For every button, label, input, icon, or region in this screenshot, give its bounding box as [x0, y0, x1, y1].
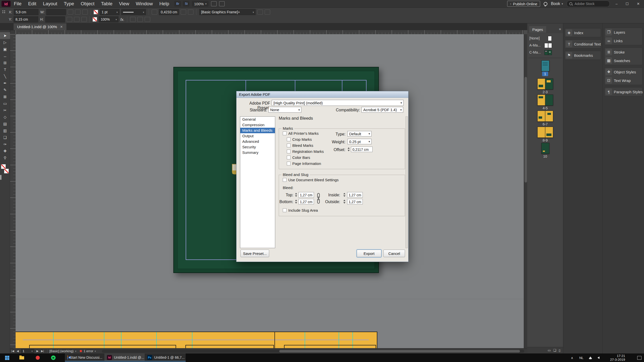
previous-page-icon[interactable]: ◀	[15, 349, 20, 353]
align-icon[interactable]	[257, 10, 263, 15]
page-number-dropdown[interactable]: 1	[21, 349, 34, 353]
content-collector-tool[interactable]: ⊞	[0, 59, 10, 66]
w-field[interactable]	[46, 9, 66, 15]
pen-tool[interactable]: ✒	[0, 80, 10, 86]
master-row-c[interactable]: C-Ma...	[527, 49, 563, 56]
bleed-outside-field[interactable]: 1,27 cm	[347, 199, 363, 204]
type-tool[interactable]: T	[0, 66, 10, 73]
menu-object[interactable]: Object	[77, 0, 98, 8]
menu-table[interactable]: Table	[98, 0, 116, 8]
panel-button-text-wrap[interactable]: ⊡ Text Wrap	[605, 76, 642, 85]
horizontal-ruler[interactable]	[16, 30, 524, 34]
master-row-none[interactable]: [None]	[527, 35, 563, 42]
page-thumbnail[interactable]	[537, 78, 545, 89]
fill-swatch-none[interactable]	[94, 10, 98, 14]
corner-radius-field[interactable]: 0,4233 cm	[159, 9, 179, 15]
canvas-horizontal-scrollbar[interactable]	[102, 350, 524, 353]
rotate-icon[interactable]	[75, 10, 80, 15]
hand-tool[interactable]: ✚	[0, 148, 10, 154]
menu-edit[interactable]: Edit	[25, 0, 40, 8]
restore-window-icon[interactable]: ☐	[623, 2, 631, 6]
dialog-title-bar[interactable]: Export Adobe PDF	[236, 91, 408, 98]
screen-mode-icon[interactable]	[219, 1, 225, 6]
section-security[interactable]: Security	[240, 144, 275, 150]
panel-button-stroke[interactable]: ≣ Stroke	[605, 48, 642, 56]
preflight-profile-label[interactable]: [Basic] (working)	[50, 349, 74, 353]
bleed-top-field[interactable]: 1,27 cm	[298, 192, 314, 198]
panel-button-paragraph-styles[interactable]: ¶ Paragraph Styles	[605, 87, 642, 96]
x-field[interactable]: 5,9 cm	[14, 9, 38, 15]
screen-mode-toggle-icon[interactable]	[1, 175, 2, 180]
menu-window[interactable]: Window	[133, 0, 156, 8]
preflight-chevron-icon[interactable]: ▾	[75, 350, 76, 352]
close-window-icon[interactable]: ✕	[634, 2, 642, 6]
registration-marks-checkbox[interactable]	[287, 150, 291, 153]
distribute-icon[interactable]	[265, 10, 270, 15]
tray-chevron-icon[interactable]: ∧	[569, 353, 575, 362]
stroke-style-dropdown[interactable]	[121, 9, 146, 15]
section-advanced[interactable]: Advanced	[240, 139, 275, 144]
compatibility-dropdown[interactable]: Acrobat 5 (PDF 1.4)	[361, 107, 403, 113]
direct-selection-tool[interactable]: ▷	[0, 39, 10, 46]
h-field[interactable]	[45, 16, 65, 22]
bridge-icon[interactable]: Br	[174, 1, 181, 7]
tray-clock[interactable]: 17:21 27-3-2019	[604, 353, 631, 362]
bleed-marks-checkbox[interactable]	[287, 144, 291, 147]
bleed-inside-spinner[interactable]	[343, 192, 346, 198]
vertical-scroll-thumb[interactable]	[525, 77, 527, 183]
include-slug-checkbox[interactable]	[283, 208, 287, 212]
bleed-inside-field[interactable]: 1,27 cm	[347, 192, 363, 198]
vertical-ruler[interactable]	[10, 34, 16, 348]
horizontal-scroll-thumb[interactable]	[279, 350, 520, 352]
minimize-window-icon[interactable]: –	[613, 2, 620, 6]
marks-type-dropdown[interactable]: Default	[347, 131, 372, 137]
zoom-tool[interactable]: ⚲	[0, 154, 10, 161]
tab-close-icon[interactable]: ✕	[60, 25, 63, 29]
page-thumbnail[interactable]	[537, 127, 545, 138]
page-thumbnail[interactable]	[541, 143, 549, 154]
constrain-proportions-icon[interactable]	[68, 10, 73, 15]
note-tool[interactable]: ❑	[0, 134, 10, 141]
line-tool[interactable]: ╲	[0, 73, 10, 80]
new-page-button[interactable]: ❏	[553, 348, 556, 352]
page-number-label[interactable]: 1	[542, 72, 548, 76]
all-printers-marks-checkbox[interactable]	[283, 131, 287, 135]
rectangle-frame-tool[interactable]: ⊠	[0, 93, 10, 100]
page-number-label[interactable]: 10	[527, 154, 563, 158]
bleed-bottom-spinner[interactable]	[295, 199, 298, 204]
standard-dropdown[interactable]: None	[268, 107, 301, 113]
effects-fx-icon[interactable]: fx.	[120, 17, 124, 22]
delete-page-button[interactable]: ▯	[559, 348, 560, 352]
document-tab[interactable]: Untitled-1.indd @ 100% ✕	[14, 23, 66, 30]
offset-field[interactable]: 0,2117 cm	[351, 147, 373, 152]
page-thumbnail[interactable]	[545, 111, 553, 122]
rotate-90-icon[interactable]	[74, 17, 79, 22]
fill-color-swatch-none[interactable]	[1, 164, 6, 169]
pencil-tool[interactable]: ✎	[0, 86, 10, 93]
page-thumbnail[interactable]	[537, 95, 545, 106]
stroke-swatch-none[interactable]	[93, 17, 97, 22]
red-app-button[interactable]	[33, 353, 43, 362]
text-wrap-jump-icon[interactable]	[145, 17, 150, 22]
taskbar-window-indesign[interactable]: Id Untitled-1.indd @...	[104, 353, 145, 361]
panel-button-layers[interactable]: ❐ Lay​ers	[605, 28, 642, 36]
object-style-dropdown[interactable]: [Basic Graphics Frame]+	[199, 9, 256, 15]
reference-point-grid[interactable]	[2, 10, 6, 14]
page-number-label[interactable]: 8-9	[527, 138, 563, 142]
page-thumbnail[interactable]	[541, 60, 549, 71]
export-button[interactable]: Export	[357, 250, 381, 257]
eyedropper-tool[interactable]: ✑	[0, 141, 10, 148]
action-center-icon[interactable]	[636, 353, 642, 362]
book-dropdown[interactable]: Book	[551, 2, 563, 6]
learn-lightbulb-icon[interactable]	[544, 2, 547, 6]
error-menu-chevron-icon[interactable]: ▾	[95, 350, 96, 352]
rectangle-tool[interactable]: ▭	[0, 100, 10, 107]
page-thumbnail[interactable]	[545, 95, 553, 106]
spotify-button[interactable]: ≋	[48, 353, 58, 362]
page-number-label[interactable]: 2-3	[527, 90, 563, 94]
pages-panel-tab[interactable]: Pages	[529, 26, 546, 33]
tray-network-icon[interactable]	[587, 353, 594, 362]
bleed-top-spinner[interactable]	[295, 192, 298, 198]
frame-fitting-icon[interactable]	[181, 10, 186, 15]
stroke-color-swatch-none[interactable]	[4, 169, 9, 173]
